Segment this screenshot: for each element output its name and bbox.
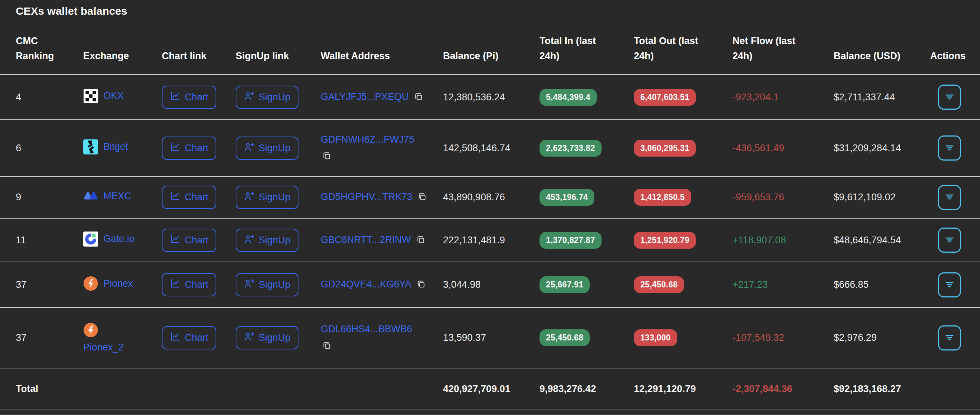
total-in-badge: 25,450.68 — [539, 329, 590, 346]
pionex-logo — [83, 276, 98, 291]
net-flow-value: +217.23 — [732, 279, 768, 290]
header-net-flow: Net Flow (last 24h) — [732, 17, 834, 74]
exchange-link[interactable]: MEXC — [83, 188, 131, 204]
signup-button-label: SignUp — [259, 92, 291, 103]
chart-button-label: Chart — [185, 332, 208, 343]
signup-link-button[interactable]: SignUp — [235, 185, 298, 209]
exchange-cell: Bitget — [83, 120, 162, 176]
wallet-address-cell: GD5HGPHV...TRK73 — [321, 176, 443, 218]
chart-link-button[interactable]: Chart — [162, 136, 216, 160]
balance-pi-value: 43,890,908.76 — [443, 192, 505, 203]
net-flow-value: +118,907.08 — [732, 235, 786, 246]
exchange-cell: OKX — [83, 74, 162, 120]
net-flow-cell: -959,653.76 — [732, 176, 834, 218]
signup-link-button[interactable]: SignUp — [235, 326, 298, 349]
filter-action-button[interactable] — [938, 135, 961, 160]
cmc-ranking-cell: 11 — [0, 218, 83, 262]
signup-link-cell: SignUp — [235, 307, 321, 368]
signup-button-label: SignUp — [259, 332, 291, 343]
total-in-cell: 25,667.91 — [539, 262, 634, 307]
exchange-link[interactable]: Gate.io — [83, 231, 135, 247]
chart-button-label: Chart — [185, 92, 208, 103]
exchange-link[interactable]: Pionex — [83, 276, 133, 291]
balance-pi-value: 3,044.98 — [443, 279, 480, 290]
chart-link-button[interactable]: Chart — [162, 185, 216, 209]
cmc-ranking-value: 9 — [16, 192, 21, 203]
total-in-cell: 453,196.74 — [539, 176, 634, 218]
signup-link-button[interactable]: SignUp — [235, 86, 298, 109]
total-out-badge: 3,060,295.31 — [634, 140, 696, 157]
exchange-link[interactable]: Bitget — [83, 139, 128, 154]
filter-action-button[interactable] — [938, 85, 961, 110]
balance-pi-value: 13,590.37 — [443, 332, 486, 343]
filter-action-button[interactable] — [938, 185, 961, 210]
signup-link-cell: SignUp — [235, 74, 321, 120]
total-out-value: 12,291,120.79 — [634, 368, 732, 410]
net-flow-value: -959,653.76 — [732, 192, 784, 203]
header-balance-pi: Balance (Pi) — [443, 17, 539, 74]
filter-action-button[interactable] — [938, 272, 961, 298]
wallet-address-link[interactable]: GBC6NRTT...2RINW — [321, 234, 411, 245]
filter-action-button[interactable] — [938, 228, 961, 253]
wallet-address-link[interactable]: GDL66HS4...BBWB6 — [321, 324, 412, 334]
table-row: 4 OKX Chart SignUp GALYJFJ5...PXEQU 12,3… — [0, 74, 980, 120]
actions-cell — [930, 176, 980, 218]
signup-button-label: SignUp — [259, 279, 291, 290]
total-in-value: 9,983,276.42 — [539, 368, 634, 410]
exchange-cell: Pionex — [83, 262, 162, 307]
wallet-address-link[interactable]: GALYJFJ5...PXEQU — [321, 91, 409, 102]
wallet-address-link[interactable]: GD24QVE4...KG6YA — [321, 279, 412, 290]
balance-pi-cell: 222,131,481.9 — [443, 218, 539, 262]
balance-usd-cell: $2,711,337.44 — [834, 74, 930, 120]
total-in-badge: 5,484,399.4 — [539, 89, 597, 106]
exchange-link[interactable]: Pionex_2 — [83, 323, 124, 353]
copy-address-button[interactable] — [413, 92, 424, 103]
wallet-address-link[interactable]: GDFNWH6Z...FWJ75 — [321, 134, 414, 145]
filter-action-button[interactable] — [938, 325, 961, 350]
exchange-name: Bitget — [103, 141, 128, 152]
signup-link-button[interactable]: SignUp — [235, 273, 298, 296]
copy-address-button[interactable] — [416, 279, 426, 291]
gate-logo — [83, 231, 98, 247]
table-row: 9 MEXC Chart SignUp GD5HGPHV...TRK73 43,… — [0, 176, 980, 218]
balance-pi-cell: 12,380,536.24 — [443, 74, 539, 120]
table-header: CMC Ranking Exchange Chart link SignUp l… — [0, 17, 980, 74]
chart-link-button[interactable]: Chart — [162, 86, 216, 109]
chart-line-icon — [170, 141, 180, 155]
signup-link-cell: SignUp — [235, 176, 321, 218]
total-in-cell: 25,450.68 — [539, 307, 634, 368]
header-total-out: Total Out (last 24h) — [634, 17, 732, 74]
exchange-name: MEXC — [103, 191, 131, 202]
copy-address-button[interactable] — [417, 192, 427, 203]
chart-link-button[interactable]: Chart — [162, 326, 216, 349]
chart-link-button[interactable]: Chart — [162, 229, 216, 252]
signup-link-button[interactable]: SignUp — [235, 136, 298, 160]
copy-address-button[interactable] — [415, 235, 426, 246]
exchange-link[interactable]: OKX — [83, 89, 124, 104]
total-row: Total 420,927,709.01 9,983,276.42 12,291… — [0, 368, 980, 410]
header-signup-link: SignUp link — [235, 17, 321, 74]
chart-link-button[interactable]: Chart — [162, 273, 216, 296]
balance-usd-cell: $9,612,109.02 — [834, 176, 930, 218]
filter-icon — [944, 234, 955, 247]
signup-button-label: SignUp — [259, 192, 291, 203]
copy-address-button[interactable] — [321, 341, 332, 352]
cmc-ranking-value: 37 — [16, 332, 27, 343]
total-out-cell: 3,060,295.31 — [634, 120, 732, 176]
wallet-address-link[interactable]: GD5HGPHV...TRK73 — [321, 192, 412, 202]
wallet-address-cell: GBC6NRTT...2RINW — [321, 218, 443, 262]
signup-button-label: SignUp — [259, 143, 291, 154]
cmc-ranking-cell: 9 — [0, 176, 83, 218]
net-flow-cell: +118,907.08 — [732, 218, 834, 262]
copy-address-button[interactable] — [321, 151, 332, 162]
total-label-cell: Total — [0, 368, 443, 410]
okx-logo — [83, 89, 98, 104]
net-flow-cell: +217.23 — [732, 262, 834, 307]
balance-usd-cell: $31,209,284.14 — [834, 120, 930, 176]
cmc-ranking-value: 11 — [16, 235, 26, 246]
total-in-cell: 2,623,733.82 — [539, 120, 634, 176]
signup-link-button[interactable]: SignUp — [235, 229, 298, 252]
balance-pi-cell: 3,044.98 — [443, 262, 539, 307]
page-title: CEXs wallet balances — [16, 5, 980, 17]
mexc-logo — [83, 188, 98, 204]
